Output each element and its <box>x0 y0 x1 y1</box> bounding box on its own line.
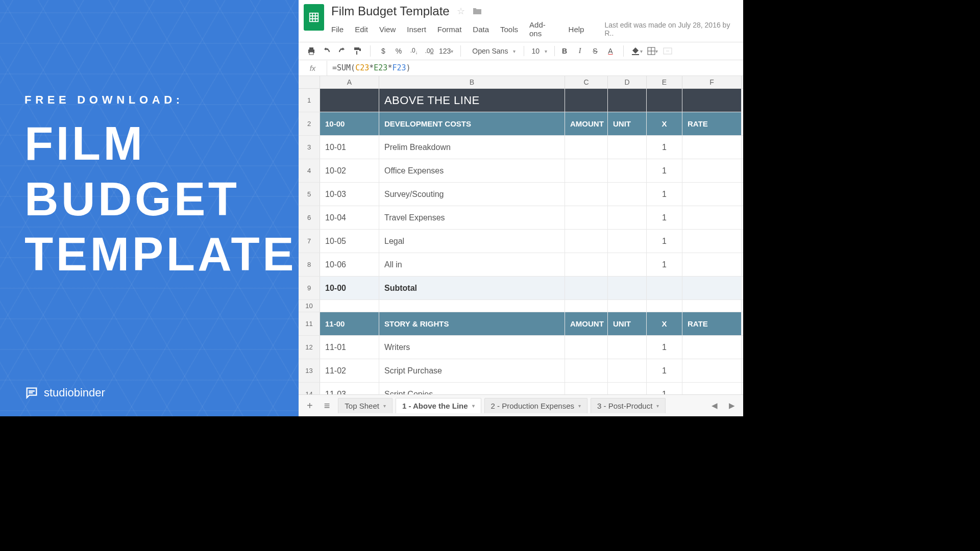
col-header-c[interactable]: C <box>565 76 608 88</box>
cell[interactable]: Script Copies <box>379 383 565 394</box>
cell[interactable] <box>682 136 742 159</box>
folder-icon[interactable] <box>472 7 482 15</box>
cell[interactable] <box>565 383 608 394</box>
menu-format[interactable]: Format <box>437 25 462 34</box>
sheet-tab[interactable]: Top Sheet▾ <box>338 398 393 413</box>
menu-data[interactable]: Data <box>473 25 489 34</box>
cell[interactable] <box>647 277 682 299</box>
sheet-tab[interactable]: 2 - Production Expenses▾ <box>484 398 587 413</box>
cell[interactable]: Travel Expenses <box>379 206 565 229</box>
bold-button[interactable]: B <box>559 45 570 57</box>
cell[interactable] <box>565 277 608 299</box>
cell[interactable]: 11-01 <box>320 336 379 359</box>
cell[interactable]: 11-02 <box>320 359 379 382</box>
cell[interactable]: 1 <box>647 383 682 394</box>
cell[interactable]: 11-00 <box>320 312 379 335</box>
menu-insert[interactable]: Insert <box>407 25 426 34</box>
cell[interactable] <box>565 159 608 182</box>
cell[interactable] <box>608 89 647 112</box>
cell[interactable]: 1 <box>647 336 682 359</box>
formula-input[interactable]: =SUM(C23*E23*F23) <box>327 60 743 76</box>
cell[interactable] <box>682 336 742 359</box>
cell[interactable]: RATE <box>682 312 742 335</box>
all-sheets-button[interactable]: ≡ <box>321 400 333 412</box>
cell[interactable] <box>320 300 379 312</box>
cell[interactable]: 11-03 <box>320 383 379 394</box>
cell[interactable]: Subtotal <box>379 277 565 299</box>
cell[interactable]: 1 <box>647 183 682 206</box>
font-family-select[interactable]: Open Sans▾ <box>468 46 520 56</box>
cell[interactable]: 1 <box>647 206 682 229</box>
tab-scroll-right[interactable]: ▶ <box>726 401 738 410</box>
cell[interactable] <box>379 300 565 312</box>
cell[interactable] <box>647 89 682 112</box>
cell[interactable]: AMOUNT <box>565 312 608 335</box>
cell[interactable] <box>682 383 742 394</box>
menu-view[interactable]: View <box>379 25 396 34</box>
increase-decimal[interactable]: .00 <box>424 45 435 57</box>
row-header[interactable]: 10 <box>299 300 320 312</box>
col-header-b[interactable]: B <box>379 76 565 88</box>
cell[interactable] <box>565 336 608 359</box>
merge-cells-icon[interactable] <box>662 45 673 57</box>
cell[interactable] <box>608 136 647 159</box>
cell[interactable] <box>682 300 742 312</box>
font-size-select[interactable]: 10▾ <box>524 46 555 56</box>
cell[interactable] <box>682 253 742 276</box>
row-header[interactable]: 1 <box>299 89 320 112</box>
cell[interactable]: 10-04 <box>320 206 379 229</box>
cell[interactable] <box>647 300 682 312</box>
cell[interactable]: Prelim Breakdown <box>379 136 565 159</box>
cell[interactable]: 1 <box>647 230 682 253</box>
menu-tools[interactable]: Tools <box>500 25 518 34</box>
cell[interactable] <box>565 359 608 382</box>
row-header[interactable]: 11 <box>299 312 320 335</box>
cell[interactable] <box>565 136 608 159</box>
print-icon[interactable] <box>306 45 317 57</box>
cell[interactable] <box>608 230 647 253</box>
cell[interactable]: 1 <box>647 136 682 159</box>
cell[interactable] <box>608 383 647 394</box>
fill-color-icon[interactable]: ▾ <box>631 45 643 57</box>
sheets-app-icon[interactable] <box>304 4 324 31</box>
row-header[interactable]: 12 <box>299 336 320 359</box>
cell[interactable] <box>320 89 379 112</box>
row-header[interactable]: 14 <box>299 383 320 394</box>
cell[interactable] <box>608 277 647 299</box>
cell[interactable]: STORY & RIGHTS <box>379 312 565 335</box>
cell[interactable]: 1 <box>647 359 682 382</box>
cell[interactable] <box>565 253 608 276</box>
menu-help[interactable]: Help <box>569 25 584 34</box>
cell[interactable] <box>682 159 742 182</box>
col-header-a[interactable]: A <box>320 76 379 88</box>
cell[interactable] <box>565 230 608 253</box>
cell[interactable]: Legal <box>379 230 565 253</box>
select-all-corner[interactable] <box>299 76 320 88</box>
redo-icon[interactable] <box>336 45 348 57</box>
format-currency[interactable]: $ <box>378 45 389 57</box>
strikethrough-button[interactable]: S <box>590 45 601 57</box>
cell[interactable]: Writers <box>379 336 565 359</box>
decrease-decimal[interactable]: .0↓ <box>408 45 420 57</box>
col-header-f[interactable]: F <box>682 76 742 88</box>
cell[interactable]: X <box>647 112 682 135</box>
cell[interactable]: UNIT <box>608 312 647 335</box>
cell[interactable]: Script Purchase <box>379 359 565 382</box>
cell[interactable]: Office Expenses <box>379 159 565 182</box>
cell[interactable] <box>608 300 647 312</box>
last-edit-info[interactable]: Last edit was made on July 28, 2016 by R… <box>604 21 738 37</box>
cell[interactable] <box>565 89 608 112</box>
text-color-button[interactable]: A <box>605 45 616 57</box>
row-header[interactable]: 3 <box>299 136 320 159</box>
menu-edit[interactable]: Edit <box>355 25 368 34</box>
star-icon[interactable]: ☆ <box>457 6 465 17</box>
cell[interactable]: 10-00 <box>320 112 379 135</box>
cell[interactable] <box>682 206 742 229</box>
cell[interactable] <box>565 206 608 229</box>
cell[interactable] <box>608 359 647 382</box>
cell[interactable]: ABOVE THE LINE <box>379 89 565 112</box>
cell[interactable]: Survey/Scouting <box>379 183 565 206</box>
cell[interactable]: 10-01 <box>320 136 379 159</box>
cell[interactable]: 10-00 <box>320 277 379 299</box>
cell[interactable]: 1 <box>647 253 682 276</box>
